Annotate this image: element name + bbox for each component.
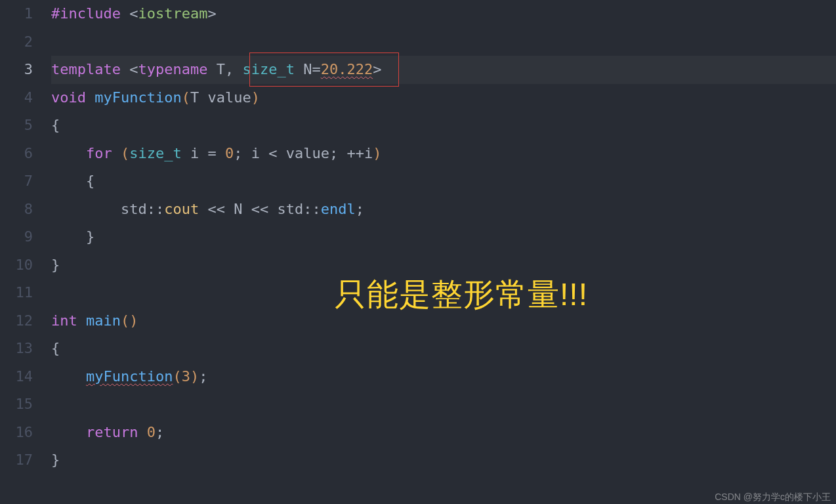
line-number: 11 — [0, 279, 33, 307]
function-main: main — [86, 312, 121, 329]
line-number: 13 — [0, 335, 33, 363]
keyword-template: template — [51, 61, 121, 77]
code-line[interactable]: int main() — [51, 307, 836, 335]
keyword-int: int — [51, 312, 77, 329]
line-number: 3 — [0, 56, 33, 84]
code-line[interactable]: std::cout << N << std::endl; — [51, 196, 836, 224]
line-number: 5 — [0, 112, 33, 140]
line-number: 9 — [0, 223, 33, 251]
code-line[interactable] — [51, 28, 836, 56]
type-size_t: size_t — [242, 61, 294, 77]
preprocessor: #include — [51, 5, 121, 22]
line-number: 2 — [0, 28, 33, 56]
watermark: CSDN @努力学c的楼下小王 — [715, 492, 831, 501]
code-line[interactable]: { — [51, 335, 836, 363]
code-line[interactable]: { — [51, 167, 836, 196]
header-name: iostream — [138, 5, 207, 22]
code-area[interactable]: #include <iostream> template <typename T… — [51, 0, 836, 504]
function-name: myFunction — [94, 89, 181, 106]
line-number: 1 — [0, 0, 33, 28]
function-call: myFunction — [86, 368, 173, 385]
code-line[interactable]: #include <iostream> — [51, 0, 836, 28]
keyword-void: void — [51, 89, 86, 106]
code-line[interactable]: void myFunction(T value) — [51, 84, 836, 112]
code-line[interactable]: } — [51, 446, 836, 474]
code-line[interactable]: for (size_t i = 0; i < value; ++i) — [51, 140, 836, 168]
code-editor: 1234567891011121314151617 #include <iost… — [0, 0, 836, 504]
line-number: 4 — [0, 84, 33, 112]
keyword-typename: typename — [138, 61, 207, 77]
line-number: 6 — [0, 140, 33, 168]
keyword-return: return — [86, 424, 138, 440]
line-number-gutter: 1234567891011121314151617 — [0, 0, 51, 504]
code-line[interactable] — [51, 279, 836, 307]
code-line[interactable]: } — [51, 251, 836, 280]
line-number: 10 — [0, 251, 33, 280]
code-line[interactable]: myFunction(3); — [51, 363, 836, 391]
line-number: 16 — [0, 419, 33, 447]
code-line[interactable]: return 0; — [51, 419, 836, 447]
line-number: 8 — [0, 196, 33, 224]
line-number: 17 — [0, 446, 33, 474]
keyword-for: for — [86, 145, 112, 161]
code-line[interactable]: } — [51, 223, 836, 251]
code-line[interactable] — [51, 390, 836, 419]
cout: cout — [164, 201, 199, 217]
code-line-active[interactable]: template <typename T, size_t N=20.222> — [51, 56, 836, 84]
error-value: 20.222 — [321, 61, 373, 77]
endl: endl — [321, 201, 356, 217]
line-number: 15 — [0, 390, 33, 419]
line-number: 7 — [0, 167, 33, 196]
line-number: 14 — [0, 363, 33, 391]
code-line[interactable]: { — [51, 112, 836, 140]
line-number: 12 — [0, 307, 33, 335]
